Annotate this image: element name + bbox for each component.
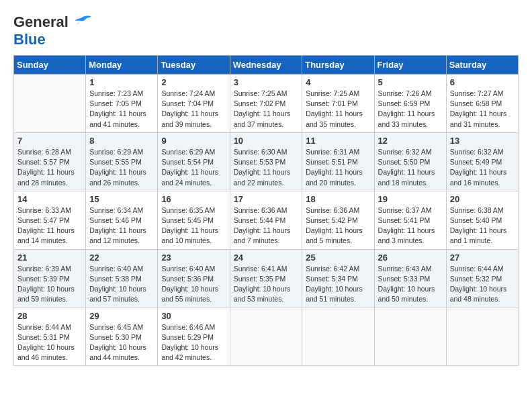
day-info: Sunrise: 6:40 AM Sunset: 5:38 PM Dayligh…: [89, 264, 154, 305]
day-info: Sunrise: 7:23 AM Sunset: 7:05 PM Dayligh…: [89, 89, 154, 130]
day-number: 9: [161, 136, 226, 146]
day-number: 25: [306, 253, 370, 263]
calendar-cell: 13Sunrise: 6:32 AM Sunset: 5:49 PM Dayli…: [446, 132, 518, 191]
day-number: 17: [234, 194, 299, 204]
day-number: 26: [378, 253, 443, 263]
logo-text: General: [13, 13, 69, 31]
day-info: Sunrise: 6:32 AM Sunset: 5:49 PM Dayligh…: [450, 147, 515, 188]
calendar-cell: 23Sunrise: 6:40 AM Sunset: 5:36 PM Dayli…: [158, 249, 230, 308]
day-number: 5: [378, 77, 443, 87]
day-info: Sunrise: 6:29 AM Sunset: 5:54 PM Dayligh…: [161, 147, 226, 188]
calendar-cell: [302, 308, 374, 366]
calendar-cell: 7Sunrise: 6:28 AM Sunset: 5:57 PM Daylig…: [14, 132, 86, 191]
day-number: 4: [306, 77, 370, 87]
day-info: Sunrise: 7:26 AM Sunset: 6:59 PM Dayligh…: [378, 89, 443, 130]
page-header: General Blue: [13, 13, 519, 48]
day-number: 22: [89, 253, 154, 263]
calendar-cell: 3Sunrise: 7:25 AM Sunset: 7:02 PM Daylig…: [230, 75, 302, 133]
calendar-week-row: 14Sunrise: 6:33 AM Sunset: 5:47 PM Dayli…: [14, 191, 519, 249]
calendar-header-wednesday: Wednesday: [230, 56, 302, 75]
calendar-cell: 27Sunrise: 6:44 AM Sunset: 5:32 PM Dayli…: [446, 249, 518, 308]
calendar-cell: 20Sunrise: 6:38 AM Sunset: 5:40 PM Dayli…: [446, 191, 518, 249]
day-info: Sunrise: 6:37 AM Sunset: 5:41 PM Dayligh…: [378, 205, 443, 246]
calendar-week-row: 1Sunrise: 7:23 AM Sunset: 7:05 PM Daylig…: [14, 75, 519, 133]
calendar-cell: 5Sunrise: 7:26 AM Sunset: 6:59 PM Daylig…: [374, 75, 446, 133]
calendar-cell: 15Sunrise: 6:34 AM Sunset: 5:46 PM Dayli…: [86, 191, 158, 249]
calendar-cell: [374, 308, 446, 366]
day-info: Sunrise: 6:35 AM Sunset: 5:45 PM Dayligh…: [161, 205, 226, 246]
day-number: 6: [450, 77, 515, 87]
calendar-header-row: SundayMondayTuesdayWednesdayThursdayFrid…: [14, 56, 519, 75]
calendar-header-saturday: Saturday: [446, 56, 518, 75]
day-number: 15: [89, 194, 154, 204]
calendar-cell: 26Sunrise: 6:43 AM Sunset: 5:33 PM Dayli…: [374, 249, 446, 308]
calendar-cell: [230, 308, 302, 366]
calendar-table: SundayMondayTuesdayWednesdayThursdayFrid…: [13, 55, 519, 366]
calendar-cell: 2Sunrise: 7:24 AM Sunset: 7:04 PM Daylig…: [158, 75, 230, 133]
calendar-cell: 11Sunrise: 6:31 AM Sunset: 5:51 PM Dayli…: [302, 132, 374, 191]
day-info: Sunrise: 6:45 AM Sunset: 5:30 PM Dayligh…: [89, 322, 154, 363]
day-number: 16: [161, 194, 226, 204]
calendar-cell: 25Sunrise: 6:42 AM Sunset: 5:34 PM Dayli…: [302, 249, 374, 308]
day-number: 21: [17, 253, 82, 263]
day-info: Sunrise: 6:44 AM Sunset: 5:32 PM Dayligh…: [450, 264, 515, 305]
day-info: Sunrise: 6:31 AM Sunset: 5:51 PM Dayligh…: [306, 147, 370, 188]
calendar-cell: 30Sunrise: 6:46 AM Sunset: 5:29 PM Dayli…: [158, 308, 230, 366]
day-number: 28: [17, 311, 82, 321]
calendar-header-thursday: Thursday: [302, 56, 374, 75]
day-info: Sunrise: 6:38 AM Sunset: 5:40 PM Dayligh…: [450, 205, 515, 246]
calendar-header-sunday: Sunday: [14, 56, 86, 75]
calendar-cell: 14Sunrise: 6:33 AM Sunset: 5:47 PM Dayli…: [14, 191, 86, 249]
day-number: 13: [450, 136, 515, 146]
day-number: 10: [234, 136, 299, 146]
calendar-week-row: 21Sunrise: 6:39 AM Sunset: 5:39 PM Dayli…: [14, 249, 519, 308]
calendar-cell: 12Sunrise: 6:32 AM Sunset: 5:50 PM Dayli…: [374, 132, 446, 191]
day-number: 11: [306, 136, 370, 146]
day-info: Sunrise: 6:34 AM Sunset: 5:46 PM Dayligh…: [89, 205, 154, 246]
day-info: Sunrise: 6:29 AM Sunset: 5:55 PM Dayligh…: [89, 147, 154, 188]
day-number: 30: [161, 311, 226, 321]
calendar-cell: 9Sunrise: 6:29 AM Sunset: 5:54 PM Daylig…: [158, 132, 230, 191]
day-info: Sunrise: 6:30 AM Sunset: 5:53 PM Dayligh…: [234, 147, 299, 188]
day-info: Sunrise: 6:46 AM Sunset: 5:29 PM Dayligh…: [161, 322, 226, 363]
day-info: Sunrise: 6:36 AM Sunset: 5:42 PM Dayligh…: [306, 205, 370, 246]
calendar-header-friday: Friday: [374, 56, 446, 75]
day-number: 23: [161, 253, 226, 263]
logo-blue-text: Blue: [13, 31, 46, 48]
day-number: 20: [450, 194, 515, 204]
day-info: Sunrise: 6:41 AM Sunset: 5:35 PM Dayligh…: [234, 264, 299, 305]
calendar-cell: [14, 75, 86, 133]
day-number: 19: [378, 194, 443, 204]
day-info: Sunrise: 6:33 AM Sunset: 5:47 PM Dayligh…: [17, 205, 82, 246]
day-number: 1: [89, 77, 154, 87]
calendar-cell: 24Sunrise: 6:41 AM Sunset: 5:35 PM Dayli…: [230, 249, 302, 308]
day-number: 29: [89, 311, 154, 321]
calendar-header-monday: Monday: [86, 56, 158, 75]
day-number: 24: [234, 253, 299, 263]
calendar-cell: 29Sunrise: 6:45 AM Sunset: 5:30 PM Dayli…: [86, 308, 158, 366]
calendar-cell: 1Sunrise: 7:23 AM Sunset: 7:05 PM Daylig…: [86, 75, 158, 133]
calendar-cell: 21Sunrise: 6:39 AM Sunset: 5:39 PM Dayli…: [14, 249, 86, 308]
calendar-cell: 8Sunrise: 6:29 AM Sunset: 5:55 PM Daylig…: [86, 132, 158, 191]
day-number: 2: [161, 77, 226, 87]
calendar-week-row: 28Sunrise: 6:44 AM Sunset: 5:31 PM Dayli…: [14, 308, 519, 366]
day-info: Sunrise: 6:43 AM Sunset: 5:33 PM Dayligh…: [378, 264, 443, 305]
logo: General Blue: [13, 13, 93, 48]
day-info: Sunrise: 7:25 AM Sunset: 7:01 PM Dayligh…: [306, 89, 370, 130]
calendar-header-tuesday: Tuesday: [158, 56, 230, 75]
calendar-cell: 18Sunrise: 6:36 AM Sunset: 5:42 PM Dayli…: [302, 191, 374, 249]
day-number: 18: [306, 194, 370, 204]
day-info: Sunrise: 7:25 AM Sunset: 7:02 PM Dayligh…: [234, 89, 299, 130]
calendar-week-row: 7Sunrise: 6:28 AM Sunset: 5:57 PM Daylig…: [14, 132, 519, 191]
day-number: 12: [378, 136, 443, 146]
calendar-cell: 19Sunrise: 6:37 AM Sunset: 5:41 PM Dayli…: [374, 191, 446, 249]
calendar-cell: 28Sunrise: 6:44 AM Sunset: 5:31 PM Dayli…: [14, 308, 86, 366]
day-info: Sunrise: 6:28 AM Sunset: 5:57 PM Dayligh…: [17, 147, 82, 188]
logo-bird-icon: [71, 15, 93, 30]
calendar-cell: 22Sunrise: 6:40 AM Sunset: 5:38 PM Dayli…: [86, 249, 158, 308]
day-number: 3: [234, 77, 299, 87]
day-number: 7: [17, 136, 82, 146]
calendar-cell: 4Sunrise: 7:25 AM Sunset: 7:01 PM Daylig…: [302, 75, 374, 133]
calendar-cell: 6Sunrise: 7:27 AM Sunset: 6:58 PM Daylig…: [446, 75, 518, 133]
day-info: Sunrise: 6:44 AM Sunset: 5:31 PM Dayligh…: [17, 322, 82, 363]
